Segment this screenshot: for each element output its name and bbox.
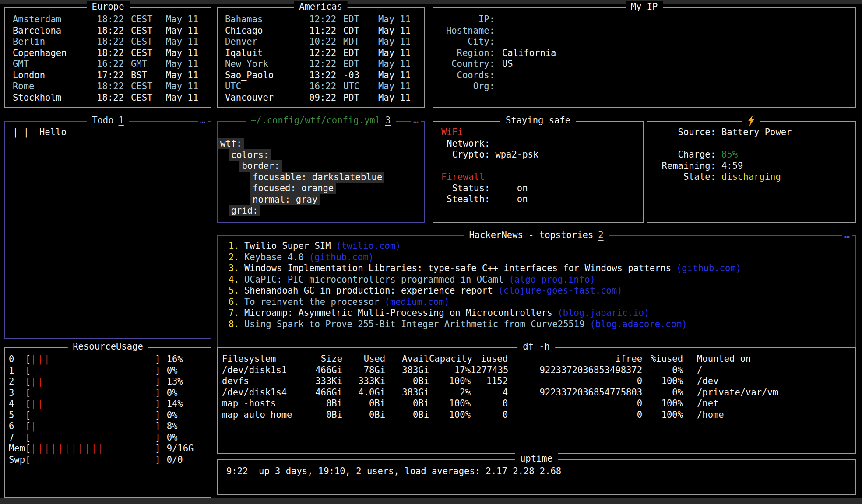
panel-title-battery <box>742 115 760 126</box>
blank-line <box>661 138 851 150</box>
cpu-meter: 3[]0% <box>9 388 208 399</box>
story-domain-link[interactable]: (medium.com) <box>385 297 450 307</box>
cpu-meter: 2[||]13% <box>9 376 208 388</box>
story-domain-link[interactable]: (blog.adacore.com) <box>590 319 687 329</box>
hackernews-story[interactable]: 2.Keybase 4.0(github.com) <box>229 252 851 263</box>
cpu-meter: 4[||]14% <box>9 399 208 410</box>
todo-item[interactable]: | |Hello <box>13 127 207 138</box>
hackernews-story[interactable]: 7.Microamp: Asymmetric Multi-Processing … <box>229 308 851 319</box>
todo-item-label: Hello <box>39 127 67 137</box>
clock-row: Chicago11:22CDTMay 11 <box>225 25 420 37</box>
cpu-meter: 6[|]8% <box>9 421 208 432</box>
ip-field: Hostname: <box>441 25 851 37</box>
battery-charge-value: 85% <box>716 149 851 161</box>
cpu-meter: 1[]0% <box>9 365 208 377</box>
clock-row: Iqaluit12:22EDTMay 11 <box>225 48 420 59</box>
clock-row: Rome18:22CESTMay 11 <box>13 81 207 92</box>
disk-usage-table: FilesystemSizeUsedAvailCapacityiusedifre… <box>218 348 855 420</box>
battery-remaining-row: Remaining:4:59 <box>661 161 851 172</box>
hackernews-shortcut-index: 2 <box>598 230 603 240</box>
ip-field: City: <box>441 36 851 48</box>
hackernews-story[interactable]: 6.To reinvent the processor(medium.com) <box>229 297 851 308</box>
hackernews-story[interactable]: 3.Windows Implementation Libraries: type… <box>229 263 851 274</box>
battery-source-row: Source:Battery Power <box>661 127 851 138</box>
panel-staying-safe: Staying safe WiFi Network: Crypto: wpa2-… <box>433 121 644 223</box>
panel-disk-usage: df -h FilesystemSizeUsedAvailCapacityius… <box>217 347 856 454</box>
security-status: WiFi Network: Crypto: wpa2-psk Firewall … <box>433 122 643 205</box>
clock-row: Vancouver09:22PDTMay 11 <box>225 92 420 104</box>
more-content-indicator: … <box>411 115 421 126</box>
story-domain-link[interactable]: (algo-prog.info) <box>509 274 595 285</box>
clock-row: London17:22BSTMay 11 <box>13 70 207 81</box>
battery-charge-row: Charge:85% <box>661 149 851 161</box>
panel-uptime: uptime 9:22 up 3 days, 19:10, 2 users, l… <box>217 459 856 495</box>
more-content-indicator: … <box>198 115 208 126</box>
firewall-status-row: Status: on <box>441 183 639 194</box>
hackernews-story-list: 1.Twilio Super SIM(twilio.com) 2.Keybase… <box>218 236 855 330</box>
clock-row: Amsterdam18:22CESTMay 11 <box>13 14 207 25</box>
table-row: /dev/disk1s4466Gi4.0Gi383Gi2%49223372036… <box>222 387 851 399</box>
config-shortcut-index: 3 <box>385 115 391 126</box>
config-line: border: <box>220 161 420 172</box>
clock-row: Stockholm18:22CESTMay 11 <box>13 92 207 104</box>
todo-shortcut-index: 1 <box>119 115 124 126</box>
clock-row: Denver10:22MDTMay 11 <box>225 36 420 48</box>
meter-bars: || <box>31 399 155 410</box>
todo-checkbox[interactable]: | | <box>13 127 29 137</box>
panel-battery: Source:Battery Power Charge:85% Remainin… <box>647 121 856 223</box>
swap-meter: Swp[]0/0 <box>9 455 208 466</box>
wtf-terminal-dashboard: { "ui": { "more_indicator": "…", "bracke… <box>0 0 862 504</box>
hackernews-story[interactable]: 8.Using Spark to Prove 255-Bit Integer A… <box>229 319 851 330</box>
panel-title-hackernews: HackerNews - topstories2 <box>464 230 609 241</box>
clock-row: New_York12:22EDTMay 11 <box>225 59 420 70</box>
config-line: focused: orange <box>220 183 420 194</box>
config-line: focusable: darkslateblue <box>220 172 420 183</box>
wifi-section-heading: WiFi <box>441 127 639 138</box>
lightning-bolt-icon <box>748 115 755 126</box>
meter-bars <box>31 410 155 421</box>
panel-clocks-europe: Europe Amsterdam18:22CESTMay 11 Barcelon… <box>4 7 211 108</box>
meter-bars <box>31 432 155 444</box>
panel-todo[interactable]: Todo1 … | |Hello <box>4 121 211 339</box>
meter-bars <box>31 455 155 466</box>
clock-row: Barcelona18:22CESTMay 11 <box>13 25 207 37</box>
panel-my-ip: My IP IP: Hostname: City: Region:Califor… <box>433 7 856 108</box>
cpu-meter: 5[]0% <box>9 410 208 421</box>
panel-resource-usage: ResourceUsage 0[|||]16% 1[]0% 2[||]13% 3… <box>4 347 211 498</box>
story-domain-link[interactable]: (clojure-goes-fast.com) <box>498 285 623 296</box>
ip-field: Country:US <box>441 59 851 70</box>
panel-title-uptime: uptime <box>515 453 558 465</box>
clock-row: GMT16:22GMTMay 11 <box>13 59 207 70</box>
more-content-indicator: … <box>842 229 852 241</box>
firewall-stealth-row: Stealth: on <box>441 194 639 205</box>
cpu-meter: 7[]0% <box>9 432 208 444</box>
story-domain-link[interactable]: (github.com) <box>309 252 374 262</box>
hackernews-story[interactable]: 1.Twilio Super SIM(twilio.com) <box>229 241 851 252</box>
memory-meter: Mem[|||||||||||]9/16G <box>9 443 208 455</box>
story-domain-link[interactable]: (twilio.com) <box>336 241 401 251</box>
battery-state-row: State:discharging <box>661 172 851 183</box>
table-row: map auto_home0Bi0Bi0Bi100%00100%/home <box>222 410 851 421</box>
panel-clocks-americas: Americas Bahamas12:22EDTMay 11 Chicago11… <box>217 7 425 108</box>
cpu-meter: 0[|||]16% <box>9 354 208 365</box>
ip-field: Region:California <box>441 48 851 59</box>
meter-bars <box>31 365 155 377</box>
europe-clock-list: Amsterdam18:22CESTMay 11 Barcelona18:22C… <box>5 8 211 103</box>
panel-title-resource-usage: ResourceUsage <box>67 341 148 353</box>
cpu-memory-meters: 0[|||]16% 1[]0% 2[||]13% 3[]0% 4[||]14% … <box>5 348 211 466</box>
ip-field: Org: <box>441 81 851 92</box>
table-header-row: FilesystemSizeUsedAvailCapacityiusedifre… <box>222 354 851 365</box>
table-row: map -hosts0Bi0Bi0Bi100%00100%/net <box>222 398 851 410</box>
bottom-bar <box>0 498 862 504</box>
hackernews-story[interactable]: 5.Shenandoah GC in production: experienc… <box>229 285 851 297</box>
panel-config-file[interactable]: ~/.config/wtf/config.yml3 … wtf: colors:… <box>217 121 425 223</box>
table-row: /dev/disk1s1466Gi78Gi383Gi17%12774359223… <box>222 365 851 376</box>
meter-bars: ||| <box>31 354 155 365</box>
config-line: wtf: <box>220 138 420 150</box>
panel-title-config: ~/.config/wtf/config.yml3 <box>246 115 396 126</box>
story-domain-link[interactable]: (github.com) <box>676 263 741 273</box>
meter-bars: || <box>31 376 155 388</box>
hackernews-story[interactable]: 4.OCaPIC: PIC microcontrollers programme… <box>229 274 851 286</box>
panel-title-todo: Todo1 <box>87 115 129 126</box>
story-domain-link[interactable]: (blog.japaric.io) <box>558 308 650 318</box>
